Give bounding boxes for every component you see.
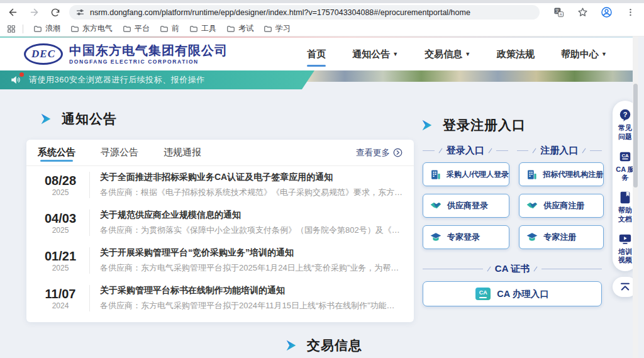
chevron-down-icon: ▼	[465, 51, 470, 57]
agency-register-button[interactable]: 招标代理机构注册	[519, 162, 604, 186]
back-icon[interactable]	[4, 5, 21, 20]
nav-home[interactable]: 首页	[306, 45, 327, 64]
bookmark-folder-kaoshi[interactable]: 考试	[221, 22, 258, 35]
building-icon	[430, 169, 441, 181]
register-entry-label: 注册入口	[540, 145, 578, 157]
button-label: 供应商注册	[543, 200, 584, 211]
svg-text:CA: CA	[621, 152, 629, 158]
notice-row[interactable]: 11/07 2024 关于采购管理平台标书在线制作功能培训的通知 各供应商：东方…	[26, 279, 414, 317]
expert-login-button[interactable]: 专家登录	[423, 225, 509, 249]
notice-summary: 各供应商：为贯彻落实《保障中小企业款项支付条例》（国务院令第802号）及《中小企…	[100, 225, 402, 236]
bookmark-folder-dongfang[interactable]: 东方电气	[65, 22, 118, 35]
ca-badge-text: CA	[479, 290, 487, 296]
folder-icon	[189, 25, 198, 33]
tab-violation-reports[interactable]: 违规通报	[164, 140, 201, 165]
notices-section-title: 通知公告	[39, 110, 117, 128]
register-entry-header: 注册入口	[517, 145, 602, 157]
ticker-text: 请使用360安全浏览器进行后续投标、报价操作	[29, 74, 205, 86]
company-logo[interactable]: DEC 中国东方电气集团有限公司 DONGFANG ELECTRIC CORPO…	[24, 43, 228, 65]
notice-row[interactable]: 08/28 2025 关于全面推进非招标采购业务CA认证及电子签章应用的通知 各…	[26, 166, 414, 204]
training-video-rail-item[interactable]: 培训视频	[616, 232, 635, 266]
bookmark-folder-pingtai[interactable]: 平台	[118, 22, 155, 35]
notice-row[interactable]: 04/03 2025 关于规范供应商企业规模信息的通知 各供应商：为贯彻落实《保…	[26, 204, 414, 242]
notice-date: 11/07 2024	[38, 287, 83, 310]
nav-help-center[interactable]: 帮助中心 ▼	[560, 45, 608, 64]
rail-item-label: 常见问题	[616, 124, 635, 142]
site-settings-icon[interactable]	[75, 8, 85, 17]
bookmark-label: 平台	[135, 23, 150, 34]
nav-label: 帮助中心	[561, 48, 599, 60]
back-to-top-icon	[619, 282, 631, 292]
notice-summary: 各供应商：东方电气采购管理平台拟于2024年11月15日上线“标书在线制作”功能…	[100, 300, 402, 311]
notification-dot	[19, 72, 24, 77]
nav-trade-info[interactable]: 交易信息 ▼	[423, 45, 472, 64]
bookmark-folder-langchao[interactable]: 浪潮	[28, 22, 65, 35]
rail-item-label: 培训视频	[616, 248, 635, 266]
view-more-link[interactable]: 查看更多	[356, 147, 402, 159]
folder-icon	[70, 25, 79, 33]
supplier-register-button[interactable]: 供应商注册	[519, 194, 604, 218]
ca-apply-button[interactable]: CA CA 办理入口	[423, 281, 602, 306]
bookmarks-bar: 浪潮 东方电气 平台 前 工具 考试 学习	[0, 21, 644, 36]
tab-sourcing-notices[interactable]: 寻源公告	[101, 140, 138, 165]
notice-date-year: 2025	[38, 226, 83, 235]
bookmark-label: 前	[172, 23, 179, 34]
announcement-ribbon: 请使用360安全浏览器进行后续投标、报价操作	[0, 70, 314, 89]
translate-icon[interactable]: 文A	[550, 5, 567, 20]
url-bar[interactable]: nsrm.dongfang.com/platform/runtime/epp/d…	[69, 5, 540, 20]
apps-grid-icon[interactable]	[3, 21, 20, 36]
notice-date-day: 01/21	[38, 249, 83, 264]
faq-rail-item[interactable]: ? 常见问题	[616, 108, 635, 142]
login-buttons-grid: 采购人/代理人登录 招标代理机构注册 供应商登录 供应商注册 专家登录 专家注册	[423, 162, 602, 249]
chevron-down-icon: ▼	[392, 51, 398, 57]
bookmark-folder-qian[interactable]: 前	[155, 22, 184, 35]
notice-title[interactable]: 关于开展采购管理平台“竞价采购业务”培训的通知	[100, 247, 402, 259]
scrollbar-thumb[interactable]	[633, 84, 638, 187]
help-doc-icon	[618, 191, 632, 204]
help-doc-rail-item[interactable]: 帮助文档	[616, 191, 635, 224]
handshake-icon	[526, 199, 538, 212]
notice-summary: 各供应商：根据《电子招标投标系统技术规范》《电子采购交易规范》要求，东方电气采购…	[100, 187, 402, 198]
notice-date-year: 2024	[38, 301, 83, 310]
question-icon: ?	[618, 108, 632, 122]
supplier-login-button[interactable]: 供应商登录	[423, 194, 509, 218]
login-entry-header: 登录入口	[423, 145, 508, 157]
reload-icon[interactable]	[47, 5, 64, 20]
ca-service-rail-item[interactable]: CA CA 服务	[616, 150, 635, 183]
login-entry-label: 登录入口	[447, 145, 484, 157]
folder-icon	[160, 25, 169, 33]
button-label: 供应商登录	[447, 200, 488, 211]
section-arrow-icon	[39, 112, 53, 126]
section-arrow-icon	[284, 338, 298, 352]
notice-date-day: 04/03	[38, 211, 83, 226]
nav-notices[interactable]: 通知公告 ▼	[351, 45, 399, 64]
notice-title[interactable]: 关于全面推进非招标采购业务CA认证及电子签章应用的通知	[100, 172, 402, 183]
rail-item-label: CA 服务	[616, 165, 635, 183]
expert-register-button[interactable]: 专家注册	[519, 225, 604, 249]
ca-cert-header: CA 证书	[423, 263, 602, 275]
svg-text:?: ?	[623, 111, 628, 118]
profile-icon[interactable]	[597, 5, 615, 20]
bookmark-folder-gongju[interactable]: 工具	[184, 22, 221, 35]
bookmark-label: 考试	[238, 23, 253, 34]
page-scrollbar[interactable]	[633, 36, 638, 358]
nav-policies[interactable]: 政策法规	[496, 45, 536, 64]
bookmark-star-icon[interactable]	[574, 5, 591, 20]
purchaser-login-button[interactable]: 采购人/代理人登录	[423, 162, 509, 186]
svg-text:A: A	[559, 13, 562, 16]
notice-row[interactable]: 01/21 2025 关于开展采购管理平台“竞价采购业务”培训的通知 各供应商：…	[26, 242, 414, 279]
url-text[interactable]: nsrm.dongfang.com/platform/runtime/epp/d…	[90, 8, 470, 17]
video-icon	[618, 232, 632, 246]
notice-title[interactable]: 关于采购管理平台标书在线制作功能培训的通知	[100, 285, 402, 296]
notice-date-year: 2025	[38, 264, 83, 272]
building-icon	[526, 169, 538, 181]
forward-icon[interactable]	[25, 5, 43, 20]
browser-menu-icon[interactable]	[621, 5, 639, 20]
notice-title[interactable]: 关于规范供应商企业规模信息的通知	[100, 210, 402, 221]
ca-card-icon: CA	[475, 288, 491, 300]
bookmark-folder-xuexi[interactable]: 学习	[258, 22, 296, 35]
tab-system-notices[interactable]: 系统公告	[38, 140, 75, 165]
ca-card-icon: CA	[618, 150, 632, 164]
ca-cert-label: CA 证书	[495, 263, 530, 275]
main-nav: 首页 通知公告 ▼ 交易信息 ▼ 政策法规 帮助中心 ▼	[306, 45, 608, 64]
